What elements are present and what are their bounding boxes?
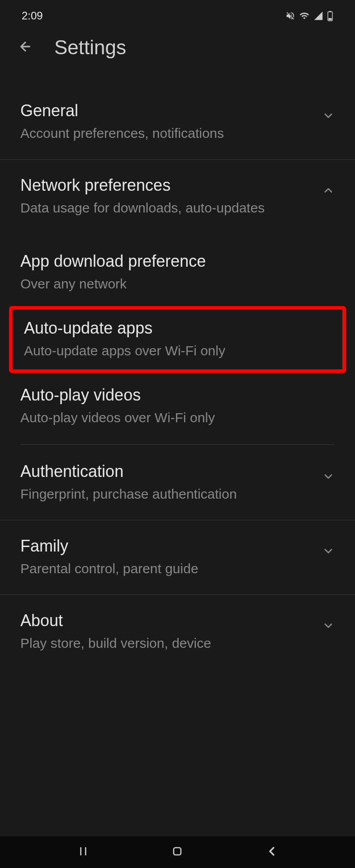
section-about-subtitle: Play store, build version, device [20,634,308,653]
chevron-down-icon [322,619,335,634]
section-auth-title: Authentication [20,462,308,481]
settings-list: General Account preferences, notificatio… [0,72,355,664]
section-authentication[interactable]: Authentication Fingerprint, purchase aut… [0,451,355,520]
signal-icon [313,11,323,21]
item-download-pref-subtitle: Over any network [20,274,335,293]
nav-home-button[interactable] [170,844,185,860]
status-icons [285,10,333,21]
chevron-down-icon [322,109,335,124]
item-auto-play-title: Auto-play videos [20,386,335,405]
divider [20,444,335,445]
nav-back-button[interactable] [265,844,279,860]
item-auto-update-subtitle: Auto-update apps over Wi-Fi only [24,341,331,360]
battery-icon [327,10,333,21]
section-general[interactable]: General Account preferences, notificatio… [0,90,355,160]
section-about-title: About [20,611,308,630]
wifi-icon [299,11,310,21]
item-auto-play-subtitle: Auto-play videos over Wi-Fi only [20,408,335,427]
section-general-subtitle: Account preferences, notifications [20,124,308,143]
chevron-down-icon [322,545,335,559]
section-network-subtitle: Data usage for downloads, auto-updates [20,198,308,217]
svg-rect-2 [329,18,332,20]
section-auth-subtitle: Fingerprint, purchase authentication [20,485,308,504]
section-about[interactable]: About Play store, build version, device [0,600,355,664]
header: Settings [0,27,355,72]
section-family-title: Family [20,537,308,556]
svg-rect-1 [329,11,331,12]
mute-icon [285,11,295,21]
item-download-pref-title: App download preference [20,252,335,271]
status-bar: 2:09 [0,0,355,27]
section-network[interactable]: Network preferences Data usage for downl… [0,165,355,228]
status-time: 2:09 [22,9,43,22]
section-family-subtitle: Parental control, parent guide [20,559,308,578]
network-expanded-items: App download preference Over any network… [0,228,355,438]
item-auto-update-title: Auto-update apps [24,319,331,338]
chevron-down-icon [322,470,335,485]
navigation-bar [0,836,355,868]
item-auto-play-videos[interactable]: Auto-play videos Auto-play videos over W… [0,375,355,438]
section-family[interactable]: Family Parental control, parent guide [0,526,355,595]
chevron-up-icon [322,184,335,198]
section-network-title: Network preferences [20,176,308,195]
back-arrow-icon[interactable] [18,39,33,56]
item-app-download-preference[interactable]: App download preference Over any network [0,241,355,304]
item-auto-update-apps[interactable]: Auto-update apps Auto-update apps over W… [9,306,346,373]
svg-rect-5 [174,848,181,855]
nav-recent-button[interactable] [76,844,90,860]
page-title: Settings [54,36,126,59]
section-general-title: General [20,101,308,120]
